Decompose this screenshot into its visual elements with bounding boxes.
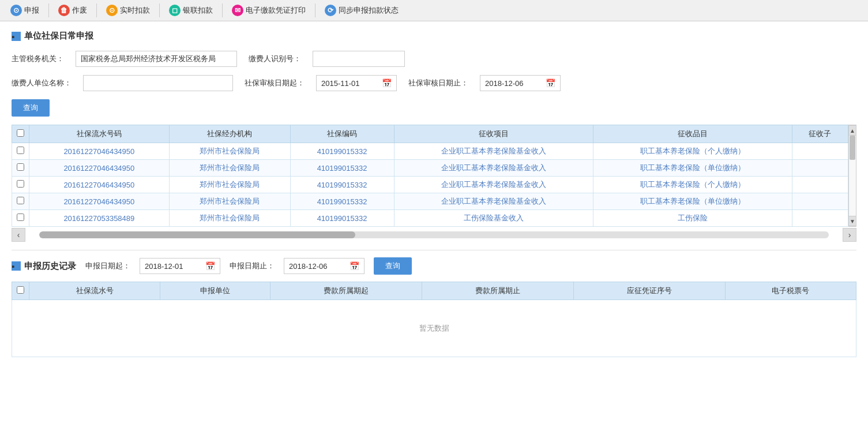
row-cb[interactable] bbox=[12, 177, 29, 193]
h-scroll-nav: ‹ › bbox=[12, 227, 856, 243]
row-levyitem: 企业职工基本养老保险基金收入 bbox=[394, 160, 593, 177]
taxpayer-name-input[interactable] bbox=[83, 75, 233, 91]
realtime-icon: ⊙ bbox=[106, 5, 118, 16]
separator bbox=[12, 250, 856, 250]
section2-title-text: 申报历史记录 bbox=[24, 261, 76, 272]
row-code: 410199015332 bbox=[290, 177, 394, 193]
row-levycat: 职工基本养老保险（个人缴纳） bbox=[593, 177, 792, 193]
v-scroll-up-btn[interactable]: ▲ bbox=[848, 125, 856, 136]
no-data-row: 暂无数据 bbox=[12, 300, 856, 357]
divider-2 bbox=[96, 3, 97, 17]
toolbar-discard-label: 作废 bbox=[72, 5, 87, 16]
v-scroll-thumb bbox=[850, 136, 855, 160]
row-cb[interactable] bbox=[12, 143, 29, 160]
row-cb[interactable] bbox=[12, 210, 29, 227]
s2-col-period-from: 费款所属期起 bbox=[270, 282, 422, 300]
main-content: ▪ 单位社保日常申报 主管税务机关： 缴费人识别号： 缴费人单位名称： 社保审核… bbox=[0, 21, 868, 442]
no-data-cell: 暂无数据 bbox=[12, 300, 856, 357]
section2: ▪ 申报历史记录 申报日期起： 2018-12-01 📅 申报日期止： 2018… bbox=[12, 257, 856, 357]
divider-4 bbox=[222, 3, 223, 17]
s2-col-cb bbox=[12, 282, 29, 300]
s2-select-all[interactable] bbox=[17, 286, 24, 294]
discard-icon: 🗑 bbox=[58, 5, 70, 16]
date-from-icon: 📅 bbox=[382, 78, 392, 88]
scroll-right-btn[interactable]: › bbox=[843, 228, 856, 242]
form-row-1: 主管税务机关： 缴费人识别号： bbox=[12, 51, 856, 67]
divider-5 bbox=[315, 3, 315, 17]
date-to-icon: 📅 bbox=[546, 78, 555, 88]
toolbar-discard[interactable]: 🗑 作废 bbox=[52, 2, 93, 18]
section1-table-scroll[interactable]: 社保流水号码 社保经办机构 社保编码 征收项目 征收品目 征收子 2016122… bbox=[12, 125, 848, 227]
divider-1 bbox=[48, 3, 49, 17]
s2-col-eticket: 电子税票号 bbox=[725, 282, 856, 300]
section1-title-icon: ▪ bbox=[12, 32, 21, 41]
tax-office-label: 主管税务机关： bbox=[12, 54, 64, 64]
toolbar-sync-label: 同步申报扣款状态 bbox=[339, 5, 399, 16]
s2-date-to-picker[interactable]: 2018-12-06 📅 bbox=[284, 258, 365, 274]
row-cb[interactable] bbox=[12, 193, 29, 210]
taxpayer-id-input[interactable] bbox=[313, 51, 405, 67]
table-row: 20161227046434950 郑州市社会保险局 410199015332 … bbox=[12, 177, 848, 193]
col-header-agency: 社保经办机构 bbox=[169, 125, 290, 143]
date-to-picker[interactable]: 2018-12-06 📅 bbox=[480, 75, 561, 91]
row-flowno: 20161227046434950 bbox=[29, 143, 170, 160]
row-flowno: 20161227046434950 bbox=[29, 160, 170, 177]
toolbar-realtime-label: 实时扣款 bbox=[120, 5, 150, 16]
taxpayer-name-label: 缴费人单位名称： bbox=[12, 78, 72, 88]
h-scrollbar[interactable] bbox=[39, 231, 829, 238]
eprint-icon: ✉ bbox=[232, 5, 243, 16]
row-code: 410199015332 bbox=[290, 160, 394, 177]
row-flowno: 20161227046434950 bbox=[29, 193, 170, 210]
section2-table: 社保流水号 申报单位 费款所属期起 费款所属期止 应征凭证序号 电子税票号 暂无… bbox=[12, 282, 856, 357]
row-cb[interactable] bbox=[12, 160, 29, 177]
row-levycat: 职工基本养老保险（单位缴纳） bbox=[593, 160, 792, 177]
toolbar-apply[interactable]: ⊙ 申报 bbox=[5, 2, 45, 18]
row-levyitem: 工伤保险基金收入 bbox=[394, 210, 593, 227]
s2-col-unit: 申报单位 bbox=[160, 282, 270, 300]
toolbar-realtime[interactable]: ⊙ 实时扣款 bbox=[100, 2, 156, 18]
sync-icon: ⟳ bbox=[325, 5, 336, 16]
row-levysub bbox=[792, 160, 848, 177]
section1-query-button[interactable]: 查询 bbox=[12, 99, 50, 117]
s2-date-to-value: 2018-12-06 bbox=[289, 262, 328, 271]
row-levycat: 职工基本养老保险（个人缴纳） bbox=[593, 143, 792, 160]
row-agency: 郑州市社会保险局 bbox=[169, 210, 290, 227]
table-row: 20161227046434950 郑州市社会保险局 410199015332 … bbox=[12, 143, 848, 160]
table-row: 20161227046434950 郑州市社会保险局 410199015332 … bbox=[12, 193, 848, 210]
row-agency: 郑州市社会保险局 bbox=[169, 193, 290, 210]
row-code: 410199015332 bbox=[290, 193, 394, 210]
section2-query-button[interactable]: 查询 bbox=[374, 257, 412, 275]
scroll-left-btn[interactable]: ‹ bbox=[12, 228, 25, 242]
row-levysub bbox=[792, 143, 848, 160]
select-all-checkbox[interactable] bbox=[17, 129, 24, 137]
table-row: 20161227053358489 郑州市社会保险局 410199015332 … bbox=[12, 210, 848, 227]
s2-date-from-label: 申报日期起： bbox=[85, 261, 130, 271]
toolbar-union[interactable]: ◻ 银联扣款 bbox=[163, 2, 219, 18]
date-from-picker[interactable]: 2015-11-01 📅 bbox=[316, 75, 397, 91]
col-header-code: 社保编码 bbox=[290, 125, 394, 143]
section1-table: 社保流水号码 社保经办机构 社保编码 征收项目 征收品目 征收子 2016122… bbox=[12, 125, 848, 227]
divider-3 bbox=[159, 3, 160, 17]
section1-v-scrollbar[interactable]: ▲ ▼ bbox=[848, 125, 856, 227]
form-row-2: 缴费人单位名称： 社保审核日期起： 2015-11-01 📅 社保审核日期止： … bbox=[12, 75, 856, 91]
v-scroll-down-btn[interactable]: ▼ bbox=[848, 216, 856, 226]
row-agency: 郑州市社会保险局 bbox=[169, 160, 290, 177]
toolbar-union-label: 银联扣款 bbox=[183, 5, 213, 16]
s2-col-period-to: 费款所属期止 bbox=[422, 282, 573, 300]
s2-date-from-icon: 📅 bbox=[205, 261, 215, 271]
row-levycat: 职工基本养老保险（单位缴纳） bbox=[593, 193, 792, 210]
date-from-label: 社保审核日期起： bbox=[245, 78, 305, 88]
section2-title-icon: ▪ bbox=[12, 261, 21, 271]
row-code: 410199015332 bbox=[290, 143, 394, 160]
toolbar-sync[interactable]: ⟳ 同步申报扣款状态 bbox=[319, 2, 404, 18]
section2-title: ▪ 申报历史记录 bbox=[12, 261, 76, 272]
row-levyitem: 企业职工基本养老保险基金收入 bbox=[394, 143, 593, 160]
tax-office-input[interactable] bbox=[76, 51, 237, 67]
col-header-cb bbox=[12, 125, 29, 143]
toolbar-eprint[interactable]: ✉ 电子缴款凭证打印 bbox=[226, 2, 311, 18]
toolbar: ⊙ 申报 🗑 作废 ⊙ 实时扣款 ◻ 银联扣款 ✉ 电子缴款凭证打印 ⟳ 同步申… bbox=[0, 0, 868, 21]
row-agency: 郑州市社会保险局 bbox=[169, 143, 290, 160]
date-to-label: 社保审核日期止： bbox=[408, 78, 468, 88]
s2-date-from-picker[interactable]: 2018-12-01 📅 bbox=[140, 258, 220, 274]
section1-title: ▪ 单位社保日常申报 bbox=[12, 31, 856, 42]
